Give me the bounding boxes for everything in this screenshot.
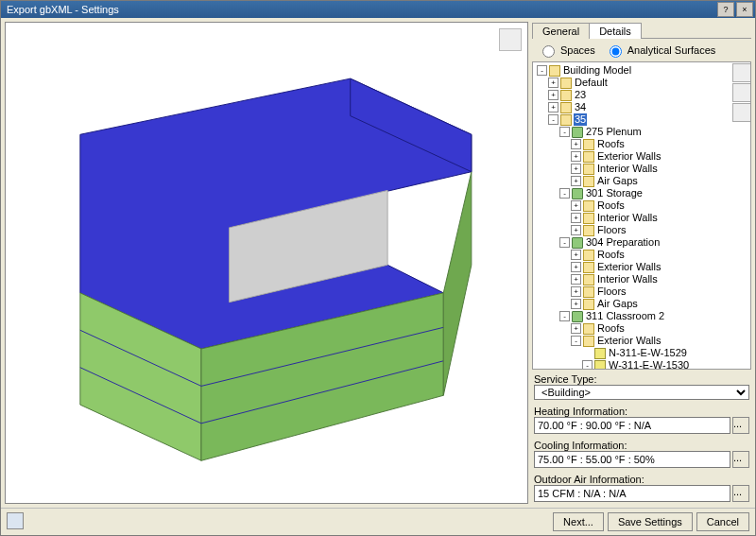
tree-tool-1-icon[interactable] (732, 63, 751, 82)
help-icon[interactable]: ? (717, 2, 734, 17)
outdoor-air-label: Outdoor Air Information: (532, 472, 751, 485)
tree-surface[interactable]: N-311-E-W-1529 (608, 347, 688, 359)
tree-item[interactable]: 23 (574, 89, 587, 101)
tree-space[interactable]: 275 Plenum (585, 126, 643, 138)
svg-marker-8 (443, 172, 472, 396)
export-dialog: Export gbXML - Settings ? × (0, 0, 756, 536)
cooling-edit-button[interactable]: ... (732, 451, 749, 468)
cooling-value (534, 451, 730, 468)
model-icon (549, 65, 560, 77)
titlebar[interactable]: Export gbXML - Settings ? × (1, 1, 755, 18)
dialog-footer: Next... Save Settings Cancel (1, 508, 755, 535)
window-title: Export gbXML - Settings (3, 4, 715, 15)
tree-space[interactable]: 304 Preparation (585, 236, 661, 249)
outdoor-air-value (534, 485, 730, 502)
tree-root[interactable]: Building Model (562, 64, 632, 77)
outdoor-air-edit-button[interactable]: ... (732, 485, 749, 502)
heating-edit-button[interactable]: ... (732, 417, 749, 434)
cancel-button[interactable]: Cancel (696, 512, 749, 531)
space-icon (572, 127, 583, 138)
tree-item-selected[interactable]: 35 (574, 113, 587, 126)
tab-general[interactable]: General (532, 23, 590, 39)
surface-icon (594, 348, 606, 359)
tree-tool-2-icon[interactable] (732, 83, 751, 102)
next-button[interactable]: Next... (553, 512, 604, 531)
tree-tool-3-icon[interactable] (732, 103, 751, 122)
tree-item[interactable]: 34 (574, 101, 587, 113)
building-model-render (6, 23, 527, 504)
service-type-select[interactable]: <Building> (534, 385, 749, 400)
close-icon[interactable]: × (736, 2, 753, 17)
radio-spaces[interactable]: Spaces (538, 43, 595, 58)
status-icon[interactable] (7, 512, 24, 529)
cooling-label: Cooling Information: (532, 438, 751, 451)
heating-value (534, 417, 730, 434)
save-settings-button[interactable]: Save Settings (608, 512, 693, 531)
details-panel: General Details Spaces Analytical Surfac… (532, 22, 751, 504)
tree-space[interactable]: 311 Classroom 2 (585, 310, 665, 322)
heating-label: Heating Information: (532, 404, 751, 417)
collapse-icon[interactable]: - (537, 65, 547, 76)
radio-analytical-surfaces[interactable]: Analytical Surfaces (605, 43, 716, 58)
tree-item[interactable]: Default (574, 77, 609, 89)
tab-details[interactable]: Details (589, 23, 642, 39)
viewport-3d[interactable] (5, 22, 528, 504)
tree-view[interactable]: -Building Model +Default +23 +34 -35 -27… (532, 61, 751, 370)
tree-space[interactable]: 301 Storage (585, 187, 644, 199)
service-type-label: Service Type: (532, 372, 751, 385)
